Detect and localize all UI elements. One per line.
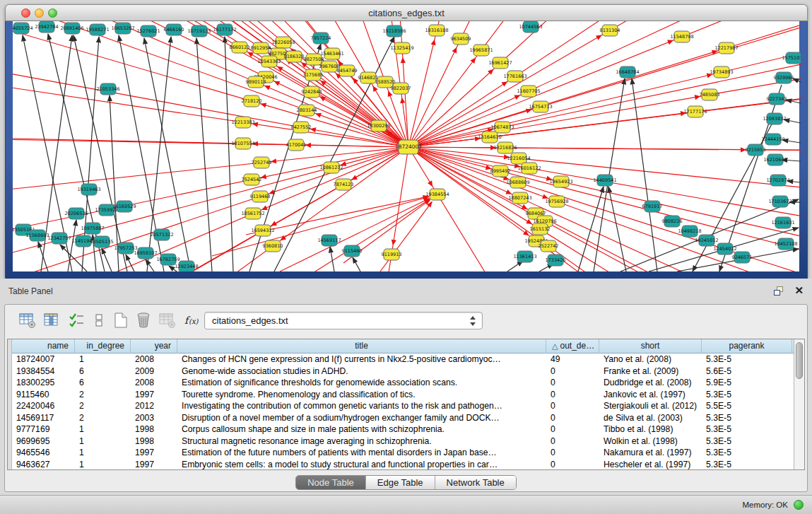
new-table-icon[interactable] bbox=[112, 312, 131, 330]
network-node[interactable]: 14409541 bbox=[593, 175, 616, 186]
network-node[interactable]: 20891406 bbox=[60, 23, 83, 34]
table-row[interactable]: 969969511998Structural magnetic resonanc… bbox=[12, 436, 794, 448]
vertical-scrollbar[interactable] bbox=[794, 339, 804, 469]
network-node[interactable]: 11325419 bbox=[390, 42, 413, 54]
network-node[interactable]: 15276021 bbox=[136, 25, 160, 37]
network-node[interactable]: 1733426 bbox=[546, 255, 566, 266]
network-node[interactable]: 1615132 bbox=[530, 223, 551, 235]
column-chooser-icon[interactable] bbox=[43, 312, 61, 330]
network-node[interactable]: 19654923 bbox=[549, 176, 572, 187]
network-node[interactable]: 20571312 bbox=[150, 229, 173, 240]
select-rows-icon[interactable] bbox=[69, 312, 87, 330]
network-node[interactable]: 19965871 bbox=[469, 45, 493, 56]
network-node[interactable]: 9634509 bbox=[451, 33, 471, 45]
tab-node-table[interactable]: Node Table bbox=[296, 476, 366, 489]
network-node[interactable]: 12217987 bbox=[714, 42, 738, 54]
table-row[interactable]: 1456911722003Disruption of a novel membe… bbox=[12, 412, 794, 424]
network-node[interactable]: 19588271 bbox=[86, 24, 109, 35]
network-node[interactable]: 10653287 bbox=[111, 23, 134, 34]
network-node[interactable]: 9119913 bbox=[382, 249, 402, 260]
network-node[interactable]: 7957224 bbox=[311, 33, 331, 44]
network-node[interactable]: 2522742 bbox=[539, 240, 559, 252]
network-node[interactable]: 12161631 bbox=[771, 217, 794, 228]
network-table-select[interactable]: citations_edges.txt bbox=[204, 312, 483, 329]
network-node[interactable]: 9115460 bbox=[342, 245, 363, 257]
window-titlebar[interactable]: citations_edges.txt bbox=[5, 4, 808, 21]
network-node[interactable]: 10744563 bbox=[519, 21, 542, 33]
network-node[interactable]: 6466160 bbox=[164, 24, 184, 35]
column-header-pagerank[interactable]: pagerank bbox=[702, 339, 792, 354]
table-row[interactable]: 1872400712008Changes of HCN gene express… bbox=[12, 354, 794, 366]
network-canvas[interactable]: 2405572423942784208914061958827110653287… bbox=[13, 21, 799, 271]
network-node[interactable]: 19245012 bbox=[695, 235, 718, 246]
network-node[interactable]: 9246571 bbox=[732, 252, 753, 263]
network-node[interactable]: 2718120 bbox=[242, 95, 262, 107]
table-row[interactable]: 946554611997Estimation of the future num… bbox=[12, 447, 794, 459]
float-window-icon[interactable] bbox=[774, 286, 785, 296]
network-node[interactable]: 8454749 bbox=[337, 65, 358, 76]
table-row[interactable]: 977716911998Corpus callosum shape and si… bbox=[12, 424, 794, 436]
close-panel-icon[interactable]: ✕ bbox=[794, 284, 804, 297]
network-node[interactable]: 12093832 bbox=[763, 113, 786, 124]
network-node[interactable]: 23942784 bbox=[35, 21, 58, 33]
column-header-year[interactable]: year bbox=[131, 339, 177, 354]
table-row[interactable]: 1938455462009Genome-wide association stu… bbox=[12, 366, 794, 378]
network-node[interactable]: 9329966 bbox=[774, 72, 794, 83]
column-header-in_degree[interactable]: in_degree bbox=[75, 339, 131, 354]
network-node[interactable]: 7252749 bbox=[252, 157, 272, 168]
network-node[interactable]: 11361413 bbox=[513, 251, 536, 262]
network-node[interactable]: 9808226 bbox=[662, 216, 683, 227]
column-header-title[interactable]: title bbox=[177, 339, 546, 354]
column-header-short[interactable]: short bbox=[599, 339, 702, 354]
network-node[interactable]: 17103672 bbox=[768, 196, 792, 207]
network-node[interactable]: 16961427 bbox=[488, 57, 512, 69]
network-node[interactable]: 18561752 bbox=[241, 208, 264, 219]
network-node[interactable]: 8995492 bbox=[490, 165, 511, 177]
table-row[interactable]: 2242004622012Investigating the contribut… bbox=[12, 400, 794, 412]
network-node[interactable]: 19319463 bbox=[77, 184, 100, 195]
network-node[interactable]: 16754713 bbox=[529, 101, 552, 112]
column-header-out_de[interactable]: △out_de… bbox=[546, 339, 599, 354]
network-node[interactable]: 19384554 bbox=[425, 189, 449, 200]
network-node[interactable]: 8215953 bbox=[746, 144, 766, 156]
column-header-name[interactable]: name bbox=[12, 339, 75, 354]
tab-edge-table[interactable]: Edge Table bbox=[366, 476, 435, 489]
network-node[interactable]: 2803144 bbox=[297, 105, 317, 116]
network-node[interactable]: 7485083 bbox=[700, 89, 720, 100]
memory-ok-icon[interactable] bbox=[794, 500, 804, 510]
network-node[interactable]: 24055724 bbox=[13, 23, 33, 34]
network-node[interactable]: 9822037 bbox=[391, 83, 411, 94]
tab-network-table[interactable]: Network Table bbox=[435, 476, 516, 489]
network-node[interactable]: 8131304 bbox=[600, 25, 620, 36]
network-node[interactable]: 7874123 bbox=[334, 179, 354, 190]
network-node[interactable]: 19218586 bbox=[382, 25, 406, 37]
scrollbar-thumb[interactable] bbox=[796, 342, 803, 379]
network-node[interactable]: 9890113 bbox=[246, 76, 266, 88]
network-node[interactable]: 10719135 bbox=[187, 25, 211, 37]
network-node[interactable]: 9119468 bbox=[250, 191, 271, 202]
network-node[interactable]: 18724007 bbox=[395, 140, 422, 154]
network-node[interactable]: 14569117 bbox=[317, 235, 341, 246]
network-node[interactable]: 6791917 bbox=[642, 201, 663, 212]
network-node[interactable]: 19734893 bbox=[710, 66, 733, 78]
network-node[interactable]: 8660123 bbox=[230, 42, 250, 53]
table-row[interactable]: 1830029562008Estimation of significance … bbox=[12, 377, 794, 389]
network-node[interactable]: 12454012 bbox=[713, 243, 736, 255]
network-node[interactable]: 7524542 bbox=[242, 174, 262, 185]
network-node[interactable]: 9242848 bbox=[302, 86, 322, 98]
network-node[interactable]: 15751074 bbox=[782, 52, 801, 64]
table-settings-icon[interactable] bbox=[19, 312, 37, 330]
network-node[interactable]: 8427552 bbox=[291, 122, 312, 133]
network-node[interactable]: 9360810 bbox=[263, 240, 283, 252]
network-node[interactable]: 10861232 bbox=[319, 162, 343, 173]
network-node[interactable]: 9227343 bbox=[767, 93, 787, 105]
network-node[interactable]: 4170041 bbox=[286, 139, 307, 151]
network-node[interactable]: 18107554 bbox=[231, 138, 254, 149]
table-row[interactable]: 946362711997Embryonic stem cells: a mode… bbox=[12, 459, 794, 470]
network-node[interactable]: 18316108 bbox=[425, 25, 448, 36]
network-node[interactable]: 8186328 bbox=[284, 51, 305, 62]
table-row[interactable]: 911546021997Tourette syndrome. Phenomeno… bbox=[12, 389, 794, 401]
delete-table-icon[interactable] bbox=[135, 312, 153, 330]
network-node[interactable]: 11548798 bbox=[670, 31, 693, 42]
network-node[interactable]: 16210643 bbox=[763, 154, 787, 165]
